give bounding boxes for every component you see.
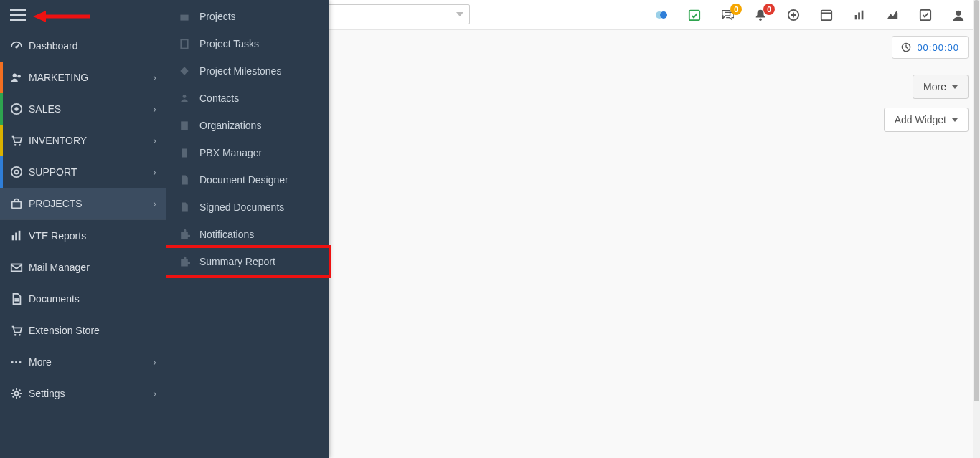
sidebar-item-more[interactable]: More ›	[0, 346, 166, 378]
cart-icon	[10, 134, 29, 147]
svg-rect-10	[920, 10, 930, 20]
submenu-item-label: Signed Documents	[199, 201, 284, 213]
scrollbar-thumb[interactable]	[974, 0, 979, 401]
comments-badge: 0	[730, 4, 742, 15]
sidebar-item-label: INVENTORY	[29, 135, 153, 146]
submenu-item-summary-report[interactable]: Summary Report	[166, 248, 329, 275]
sidebar-item-inventory[interactable]: INVENTORY ›	[0, 125, 166, 156]
calendar-icon[interactable]	[819, 8, 834, 22]
signature-icon	[178, 201, 191, 214]
bell-icon[interactable]: 0	[753, 8, 768, 22]
sidebar-item-marketing[interactable]: MARKETING ›	[0, 62, 166, 93]
submenu-item-pbx-manager[interactable]: PBX Manager	[166, 139, 329, 166]
submenu-item-label: Projects	[199, 11, 236, 22]
submenu-item-project-tasks[interactable]: Project Tasks	[166, 30, 329, 57]
plus-circle-icon[interactable]	[786, 8, 801, 22]
bell-badge: 0	[763, 4, 775, 15]
svg-rect-28	[15, 233, 17, 241]
timer-value: 00:00:00	[917, 42, 959, 53]
building-icon	[178, 119, 191, 132]
diamond-icon	[178, 65, 191, 77]
gear-icon	[10, 387, 29, 400]
comments-icon[interactable]: 0	[720, 8, 735, 22]
submenu-item-signed-documents[interactable]: Signed Documents	[166, 194, 329, 221]
lifebuoy-icon	[10, 166, 29, 178]
phone-icon	[178, 146, 191, 159]
chevron-down-icon[interactable]	[456, 12, 463, 16]
svg-rect-36	[15, 361, 17, 363]
more-button-label: More	[923, 81, 946, 92]
document-icon	[10, 292, 29, 305]
sidebar-item-settings[interactable]: Settings ›	[0, 378, 166, 409]
svg-point-1	[660, 11, 667, 19]
clipboard-icon	[178, 37, 191, 50]
user-icon[interactable]	[951, 8, 966, 22]
svg-point-38	[14, 391, 18, 395]
submenu-item-projects[interactable]: Projects	[166, 3, 329, 30]
sidebar-item-extension-store[interactable]: Extension Store	[0, 315, 166, 346]
sidebar-item-label: PROJECTS	[29, 198, 153, 209]
sidebar-item-support[interactable]: SUPPORT ›	[0, 156, 166, 188]
briefcase-icon	[10, 197, 29, 210]
svg-rect-8	[858, 12, 860, 19]
sidebar: Dashboard MARKETING › SALES › INVENTORY …	[0, 0, 166, 458]
svg-rect-35	[11, 361, 14, 363]
submenu-item-label: Project Tasks	[199, 38, 259, 49]
sidebar-item-label: SUPPORT	[29, 166, 153, 178]
sidebar-item-label: Extension Store	[29, 325, 156, 336]
topbar-icons: 0 0	[654, 0, 966, 30]
svg-rect-42	[181, 39, 188, 48]
sidebar-item-label: Mail Manager	[29, 262, 156, 273]
app-logo-icon[interactable]	[654, 8, 669, 22]
area-chart-icon[interactable]	[885, 8, 900, 22]
document-icon	[178, 173, 191, 186]
svg-rect-5	[821, 11, 831, 21]
svg-point-21	[14, 107, 18, 110]
submenu-item-organizations[interactable]: Organizations	[166, 112, 329, 139]
svg-point-11	[956, 11, 961, 16]
submenu-item-notifications[interactable]: Notifications	[166, 221, 329, 248]
svg-point-18	[13, 74, 17, 77]
submenu-item-project-milestones[interactable]: Project Milestones	[166, 57, 329, 85]
calendar-check-icon[interactable]	[687, 8, 702, 22]
caret-down-icon	[952, 85, 958, 89]
hamburger-menu[interactable]	[0, 0, 166, 30]
sidebar-item-mail-manager[interactable]: Mail Manager	[0, 252, 166, 283]
gauge-icon	[10, 39, 29, 52]
submenu-item-document-designer[interactable]: Document Designer	[166, 166, 329, 194]
svg-rect-27	[12, 235, 14, 240]
caret-down-icon	[952, 118, 958, 122]
bar-chart-icon[interactable]	[852, 8, 867, 22]
svg-rect-29	[19, 231, 21, 241]
svg-rect-43	[180, 67, 188, 75]
submenu-item-contacts[interactable]: Contacts	[166, 85, 329, 112]
person-icon	[178, 92, 191, 105]
sidebar-item-documents[interactable]: Documents	[0, 283, 166, 315]
sidebar-item-vte-reports[interactable]: VTE Reports	[0, 220, 166, 252]
svg-rect-14	[10, 14, 26, 16]
svg-point-33	[14, 334, 17, 336]
sidebar-item-dashboard[interactable]: Dashboard	[0, 30, 166, 62]
sidebar-item-label: More	[29, 356, 153, 368]
chevron-right-icon: ›	[153, 135, 156, 146]
add-widget-button[interactable]: Add Widget	[884, 108, 969, 132]
svg-rect-9	[862, 11, 864, 20]
svg-rect-41	[180, 15, 188, 21]
target-icon	[10, 102, 29, 115]
timer-button[interactable]: 00:00:00	[892, 36, 969, 59]
bar-chart-icon	[10, 229, 29, 242]
sidebar-item-sales[interactable]: SALES ›	[0, 93, 166, 125]
svg-rect-15	[10, 19, 26, 21]
scrollbar[interactable]	[973, 0, 980, 458]
puzzle-icon	[178, 255, 191, 268]
more-button[interactable]: More	[913, 75, 969, 99]
sidebar-item-projects[interactable]: PROJECTS ›	[0, 188, 166, 219]
chevron-right-icon: ›	[153, 388, 156, 399]
envelope-icon	[10, 261, 29, 274]
svg-point-19	[17, 75, 21, 78]
checkbox-icon[interactable]	[918, 8, 933, 22]
submenu-item-label: Notifications	[199, 229, 254, 240]
svg-rect-13	[10, 9, 26, 11]
sidebar-item-label: Settings	[29, 388, 153, 399]
submenu-item-label: Project Milestones	[199, 65, 281, 77]
